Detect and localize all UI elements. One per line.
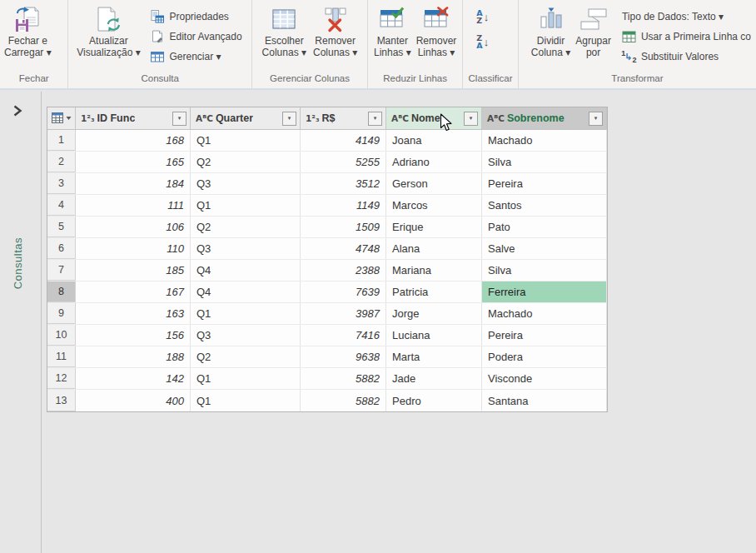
sort-descending-button[interactable]: Z A ↓: [476, 32, 489, 51]
row-number[interactable]: 8: [47, 281, 76, 302]
cell[interactable]: Santos: [482, 195, 607, 216]
cell[interactable]: 400: [76, 390, 191, 411]
advanced-editor-button[interactable]: Editor Avançado: [147, 27, 245, 47]
cell[interactable]: Q1: [191, 195, 301, 216]
data-type-button[interactable]: Tipo de Dados: Texto ▾: [619, 7, 754, 27]
cell[interactable]: 5882: [301, 368, 386, 389]
cell[interactable]: Adriano: [386, 152, 482, 172]
cell[interactable]: 106: [76, 217, 191, 237]
cell[interactable]: Alana: [386, 238, 482, 259]
split-column-button[interactable]: Dividir Coluna ▾: [529, 2, 573, 58]
column-header-id-func[interactable]: 1²₃ID Func▾: [76, 107, 191, 129]
cell[interactable]: 111: [76, 195, 191, 216]
cell[interactable]: 167: [76, 281, 191, 302]
select-all-corner-button[interactable]: [47, 107, 76, 129]
row-number[interactable]: 10: [47, 325, 76, 346]
cell[interactable]: Salve: [482, 238, 607, 259]
column-header-nome[interactable]: AᴮCNome▾: [386, 107, 482, 129]
cell[interactable]: 188: [76, 346, 191, 367]
cell[interactable]: Q3: [191, 173, 301, 194]
replace-values-button[interactable]: 1 ↳ 2 Substituir Valores: [619, 47, 754, 67]
cell[interactable]: Q4: [191, 281, 301, 302]
cell[interactable]: Patricia: [386, 281, 482, 302]
cell[interactable]: 4149: [301, 130, 386, 151]
filter-dropdown-button[interactable]: ▾: [172, 112, 187, 126]
remove-rows-button[interactable]: Remover Linhas ▾: [414, 2, 460, 58]
cell[interactable]: Gerson: [386, 173, 482, 194]
column-header-r-[interactable]: 1²₃R$▾: [301, 107, 386, 129]
sort-ascending-button[interactable]: A Z ↓: [476, 7, 489, 26]
cell[interactable]: Q1: [191, 390, 301, 411]
cell[interactable]: Silva: [482, 260, 607, 281]
cell[interactable]: Luciana: [386, 325, 482, 346]
cell[interactable]: 3512: [301, 173, 386, 194]
cell[interactable]: Machado: [482, 303, 607, 324]
column-header-sobrenome[interactable]: AᴮCSobrenome▾: [482, 107, 607, 129]
cell[interactable]: Q1: [191, 130, 301, 151]
row-number[interactable]: 6: [47, 238, 76, 259]
cell[interactable]: Q3: [191, 238, 301, 259]
cell[interactable]: 9638: [301, 346, 386, 367]
cell[interactable]: 163: [76, 303, 191, 324]
cell[interactable]: Pedro: [386, 390, 482, 411]
row-number[interactable]: 1: [47, 130, 76, 151]
cell[interactable]: Machado: [482, 130, 607, 151]
cell[interactable]: 168: [76, 130, 191, 151]
row-number[interactable]: 9: [47, 303, 76, 324]
cell[interactable]: Q2: [191, 152, 301, 172]
properties-button[interactable]: Propriedades: [147, 7, 245, 27]
cell[interactable]: Q3: [191, 325, 301, 346]
use-first-row-button[interactable]: Usar a Primeira Linha co: [619, 27, 754, 47]
cell[interactable]: Q2: [191, 217, 301, 237]
filter-dropdown-button[interactable]: ▾: [589, 112, 603, 126]
cell[interactable]: 7639: [301, 281, 386, 302]
cell[interactable]: Erique: [386, 217, 482, 237]
cell[interactable]: Jorge: [386, 303, 482, 324]
filter-dropdown-button[interactable]: ▾: [464, 112, 478, 126]
column-header-quarter[interactable]: AᴮCQuarter▾: [191, 107, 301, 129]
cell[interactable]: Pereira: [482, 325, 607, 346]
cell[interactable]: Pato: [482, 217, 607, 237]
cell[interactable]: Podera: [482, 346, 607, 367]
group-by-button[interactable]: Agrupar por: [573, 2, 614, 58]
expand-pane-chevron-icon[interactable]: [11, 103, 24, 122]
cell[interactable]: Q1: [191, 368, 301, 389]
cell[interactable]: 7416: [301, 325, 386, 346]
cell[interactable]: 110: [76, 238, 191, 259]
row-number[interactable]: 3: [47, 173, 76, 194]
filter-dropdown-button[interactable]: ▾: [368, 112, 382, 126]
queries-pane-title[interactable]: Consultas: [12, 237, 24, 289]
row-number[interactable]: 13: [47, 390, 76, 411]
cell[interactable]: 5882: [301, 390, 386, 411]
row-number[interactable]: 11: [47, 346, 76, 367]
choose-columns-button[interactable]: Escolher Colunas ▾: [260, 2, 309, 58]
row-number[interactable]: 7: [47, 260, 76, 281]
cell[interactable]: 142: [76, 368, 191, 389]
row-number[interactable]: 2: [47, 152, 76, 172]
cell[interactable]: Visconde: [482, 368, 607, 389]
cell[interactable]: 185: [76, 260, 191, 281]
cell[interactable]: 184: [76, 173, 191, 194]
keep-rows-button[interactable]: Manter Linhas ▾: [371, 2, 414, 58]
cell[interactable]: Q4: [191, 260, 301, 281]
cell[interactable]: Marcos: [386, 195, 482, 216]
cell[interactable]: Joana: [386, 130, 482, 151]
cell[interactable]: 2388: [301, 260, 386, 281]
cell[interactable]: Mariana: [386, 260, 482, 281]
cell[interactable]: 1509: [301, 217, 386, 237]
cell[interactable]: Silva: [482, 152, 607, 172]
cell[interactable]: Ferreira: [482, 281, 607, 302]
cell[interactable]: Jade: [386, 368, 482, 389]
refresh-preview-button[interactable]: Atualizar Visualização ▾: [70, 2, 147, 58]
close-and-load-button[interactable]: Fechar e Carregar ▾: [2, 2, 54, 58]
cell[interactable]: Q1: [191, 303, 301, 324]
manage-button[interactable]: Gerenciar ▾: [147, 47, 245, 67]
filter-dropdown-button[interactable]: ▾: [282, 112, 296, 126]
cell[interactable]: Marta: [386, 346, 482, 367]
cell[interactable]: 4748: [301, 238, 386, 259]
remove-columns-button[interactable]: Remover Colunas ▾: [311, 2, 360, 58]
cell[interactable]: 1149: [301, 195, 386, 216]
cell[interactable]: Q2: [191, 346, 301, 367]
cell[interactable]: 5255: [301, 152, 386, 172]
row-number[interactable]: 4: [47, 195, 76, 216]
